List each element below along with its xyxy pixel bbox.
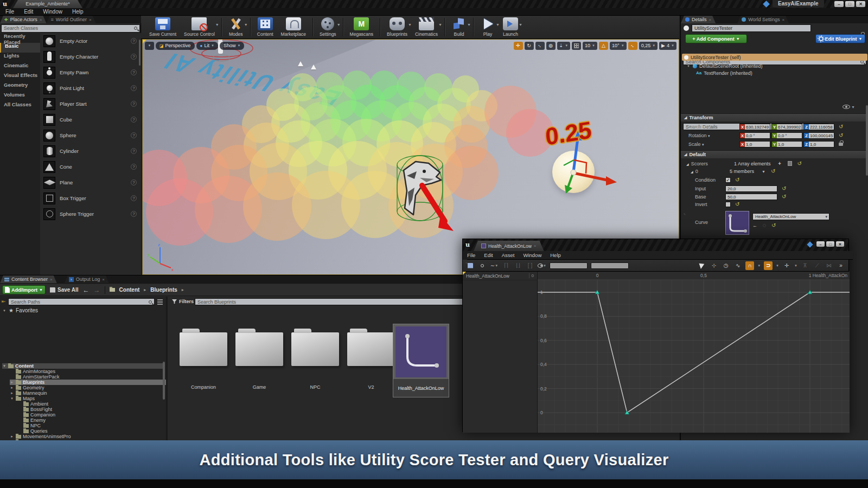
- auto-tangent-icon[interactable]: ⊼: [801, 261, 809, 270]
- transform-tool-icon[interactable]: ⊹: [710, 261, 718, 270]
- close-button[interactable]: ✕: [856, 1, 865, 7]
- add-component-button[interactable]: + Add Component▼: [685, 34, 747, 43]
- category-cinematic[interactable]: Cinematic: [0, 62, 40, 72]
- curve-editor-titlebar[interactable]: u Health_AttackOnLow × – □ ✕: [463, 239, 848, 251]
- tree-item-npc[interactable]: NPC: [17, 423, 180, 428]
- favorites-header[interactable]: ▾★Favorites: [2, 307, 38, 313]
- rotation-label[interactable]: Rotation ▾: [681, 133, 739, 138]
- rotate-mode-button[interactable]: ↻: [525, 42, 534, 50]
- tree-item-companion[interactable]: Companion: [17, 412, 180, 418]
- breadcrumb-content[interactable]: Content: [119, 287, 140, 293]
- perspective-button[interactable]: ◪Perspective: [156, 42, 195, 50]
- help-icon[interactable]: ?: [131, 148, 137, 154]
- input-value-field[interactable]: 20,0: [725, 185, 777, 192]
- toolbar-button-blueprints[interactable]: Blueprints▼: [383, 16, 411, 38]
- minimize-button[interactable]: –: [834, 1, 844, 7]
- toolbar-button-settings[interactable]: Settings▼: [316, 16, 340, 38]
- grid-snap-toggle[interactable]: [572, 42, 581, 50]
- actor-item-box-trigger[interactable]: Box Trigger?: [40, 190, 141, 206]
- scale-label[interactable]: Scale ▾: [681, 142, 739, 147]
- view-max-input[interactable]: [591, 262, 629, 269]
- component-row-scene-root[interactable]: ▾DefaultSceneRoot (Inherited): [686, 62, 763, 69]
- more-tools-icon[interactable]: »: [837, 261, 845, 270]
- close-button[interactable]: ✕: [836, 241, 844, 247]
- scrollbar[interactable]: [139, 40, 141, 66]
- actor-item-empty-pawn[interactable]: Empty Pawn?: [40, 65, 141, 80]
- location-y-field[interactable]: Y674,399902: [771, 124, 802, 130]
- tab-world-outliner[interactable]: ≡ World Outliner ×: [46, 16, 95, 23]
- add-import-button[interactable]: Add/Import▼: [2, 285, 46, 294]
- curve-thumbnail[interactable]: [725, 211, 749, 235]
- save-all-button[interactable]: Save All: [50, 287, 79, 293]
- ce-menu-file[interactable]: File: [467, 252, 475, 258]
- select-keys-icon[interactable]: ⌈⌉: [502, 261, 510, 270]
- component-row-self[interactable]: UtilityScoreTester (self): [682, 54, 867, 61]
- actor-item-cube[interactable]: Cube?: [40, 112, 141, 127]
- use-selected-icon[interactable]: ←: [752, 223, 757, 228]
- pin-icon[interactable]: ⌊⌋: [514, 261, 522, 270]
- help-icon[interactable]: ?: [131, 101, 137, 107]
- scrollbar[interactable]: [163, 362, 165, 400]
- snap-time-toggle[interactable]: ⊃: [764, 261, 773, 270]
- tab-output-log[interactable]: › Output Log ×: [65, 275, 109, 283]
- breadcrumb-blueprints[interactable]: Blueprints: [150, 287, 177, 293]
- lit-button[interactable]: ●Lit▼: [196, 42, 218, 50]
- reset-icon[interactable]: [839, 124, 843, 130]
- location-z-field[interactable]: Z222,116058: [803, 124, 834, 130]
- ce-menu-asset[interactable]: Asset: [502, 252, 515, 258]
- maximize-button[interactable]: □: [826, 241, 834, 247]
- actor-item-plane[interactable]: Plane?: [40, 175, 141, 190]
- reset-icon[interactable]: [771, 169, 775, 174]
- frame-icon[interactable]: [ ]: [526, 261, 534, 270]
- actor-item-sphere-trigger[interactable]: Sphere Trigger?: [40, 206, 141, 222]
- help-icon[interactable]: ?: [131, 132, 137, 138]
- sources-toggle-icon[interactable]: ⇤: [2, 299, 6, 304]
- rotation-y-field[interactable]: Y0,0 °: [771, 132, 802, 139]
- view-min-input[interactable]: [550, 262, 588, 269]
- expander-icon[interactable]: ▾: [10, 396, 14, 401]
- close-icon[interactable]: ×: [709, 17, 712, 22]
- category-recently-placed[interactable]: Recently Placed: [0, 33, 40, 43]
- close-icon[interactable]: ×: [89, 17, 92, 22]
- world-coordinate-button[interactable]: ◍: [546, 42, 556, 50]
- rotation-z-field[interactable]: Z100,000145: [803, 132, 834, 139]
- select-tool-icon[interactable]: [698, 261, 706, 270]
- folder-tile-game[interactable]: [235, 332, 283, 366]
- category-visual-effects[interactable]: Visual Effects: [0, 72, 40, 82]
- actor-item-point-light[interactable]: Point Light?: [40, 80, 141, 96]
- actor-item-cylinder[interactable]: Cylinder?: [40, 143, 141, 159]
- element-0-label[interactable]: ◢0: [681, 169, 730, 174]
- location-x-field[interactable]: X630,192749: [739, 124, 770, 130]
- reset-icon[interactable]: [782, 186, 786, 191]
- tree-item-blueprints[interactable]: ▸Blueprints: [10, 380, 173, 385]
- toolbar-button-modes[interactable]: Modes▼: [225, 16, 247, 38]
- rotation-x-field[interactable]: X0,0 °: [739, 132, 770, 139]
- reset-icon[interactable]: [797, 161, 802, 166]
- help-icon[interactable]: ?: [131, 195, 137, 201]
- category-lights[interactable]: Lights: [0, 53, 40, 62]
- toolbar-button-play[interactable]: Play▼: [476, 16, 499, 38]
- expander-icon[interactable]: ▸: [10, 386, 14, 390]
- help-icon[interactable]: ?: [131, 179, 137, 185]
- find-in-content-browser-icon[interactable]: [478, 261, 487, 270]
- help-icon[interactable]: ?: [131, 211, 137, 217]
- toolbar-button-marketplace[interactable]: Marketplace: [277, 16, 310, 38]
- browse-to-asset-icon[interactable]: [763, 224, 766, 227]
- camera-speed-button[interactable]: ▶4▼: [659, 42, 676, 50]
- actor-item-player-start[interactable]: Player Start?: [40, 96, 141, 112]
- toolbar-button-launch[interactable]: Launch▼: [499, 16, 522, 38]
- actor-item-empty-character[interactable]: Empty Character?: [40, 49, 141, 65]
- component-row-text-render[interactable]: AaTextRender (Inherited): [696, 69, 752, 76]
- help-icon[interactable]: ?: [131, 54, 137, 60]
- menu-file[interactable]: File: [5, 9, 14, 15]
- scale-z-field[interactable]: Z1,0: [803, 141, 834, 147]
- scorers-label[interactable]: ◢Scorers: [681, 161, 734, 166]
- curve-options-icon[interactable]: ∼▼: [490, 261, 499, 270]
- category-geometry[interactable]: Geometry: [0, 82, 40, 92]
- save-icon[interactable]: [466, 261, 475, 270]
- toolbar-button-save-current[interactable]: Save Current: [145, 16, 180, 38]
- ce-menu-edit[interactable]: Edit: [484, 252, 493, 258]
- menu-window[interactable]: Window: [43, 9, 62, 15]
- add-element-icon[interactable]: ＋: [777, 160, 782, 167]
- toolbar-button-build[interactable]: Build▼: [448, 16, 470, 38]
